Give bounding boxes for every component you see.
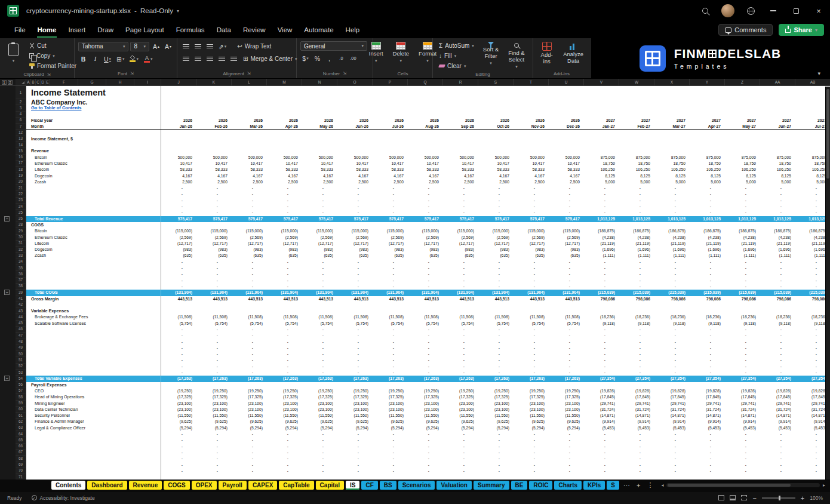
cell[interactable]: 2,500 bbox=[302, 179, 337, 185]
cell[interactable]: (635) bbox=[514, 253, 549, 259]
cell[interactable]: Dec-26 bbox=[549, 124, 584, 129]
cell[interactable]: - bbox=[619, 265, 654, 271]
cell[interactable] bbox=[514, 302, 549, 308]
font-name-select[interactable]: Tahoma▾ bbox=[78, 42, 128, 51]
cell[interactable]: (9,625) bbox=[514, 419, 549, 425]
cell[interactable] bbox=[478, 99, 514, 105]
cell[interactable]: (12,717) bbox=[232, 241, 267, 247]
row-number-22[interactable]: 22 bbox=[16, 191, 26, 197]
search-button[interactable] bbox=[694, 0, 717, 21]
row-number-59[interactable]: 59 bbox=[16, 401, 26, 407]
cell[interactable]: - bbox=[725, 327, 760, 333]
cell[interactable]: - bbox=[337, 345, 373, 351]
cell[interactable] bbox=[161, 382, 196, 388]
cell[interactable]: (9,625) bbox=[549, 419, 584, 425]
cell[interactable]: - bbox=[760, 456, 795, 462]
cell[interactable]: - bbox=[337, 271, 373, 277]
cell[interactable]: (31,724) bbox=[584, 407, 619, 413]
cell[interactable]: 10,417 bbox=[408, 161, 443, 167]
menu-home[interactable]: Home bbox=[32, 23, 63, 36]
cell[interactable]: - bbox=[760, 468, 795, 474]
cell[interactable]: - bbox=[232, 204, 267, 210]
cell[interactable]: - bbox=[514, 333, 549, 339]
cell[interactable] bbox=[267, 99, 302, 105]
cell[interactable]: - bbox=[161, 462, 196, 468]
cell[interactable]: (12,717) bbox=[478, 241, 514, 247]
cell[interactable]: - bbox=[725, 345, 760, 351]
cell[interactable]: 2026 bbox=[549, 118, 584, 124]
cell[interactable]: - bbox=[373, 271, 408, 277]
cell[interactable]: (4,238) bbox=[584, 235, 619, 241]
cell[interactable]: - bbox=[373, 327, 408, 333]
cell[interactable]: - bbox=[619, 370, 654, 376]
cell[interactable]: (635) bbox=[267, 253, 302, 259]
cell[interactable]: (23,100) bbox=[302, 407, 337, 413]
row-number-71[interactable]: 71 bbox=[16, 474, 26, 480]
cell[interactable]: - bbox=[161, 345, 196, 351]
cell[interactable]: - bbox=[337, 437, 373, 443]
cell[interactable]: Nov-26 bbox=[514, 124, 549, 129]
cell[interactable]: - bbox=[443, 339, 478, 345]
cell[interactable]: - bbox=[337, 357, 373, 363]
currency-format-button[interactable]: $▾ bbox=[300, 53, 311, 63]
cell[interactable]: (115,000) bbox=[514, 228, 549, 234]
cell[interactable]: - bbox=[478, 204, 514, 210]
cell[interactable]: - bbox=[337, 284, 373, 290]
cell[interactable]: 1,013,125 bbox=[654, 216, 690, 222]
cell[interactable]: 443,513 bbox=[337, 296, 373, 302]
cell[interactable]: (11,508) bbox=[267, 314, 302, 320]
cell[interactable] bbox=[514, 142, 549, 148]
row-number-13[interactable]: 13 bbox=[16, 136, 26, 142]
cell[interactable]: (11,550) bbox=[373, 413, 408, 419]
cell[interactable]: - bbox=[654, 431, 690, 437]
cell[interactable]: (11,550) bbox=[443, 413, 478, 419]
cell[interactable] bbox=[619, 142, 654, 148]
column-header-G[interactable]: G bbox=[78, 79, 106, 85]
cell[interactable]: (29,741) bbox=[654, 401, 690, 407]
cell[interactable]: - bbox=[302, 456, 337, 462]
row-number-47[interactable]: 47 bbox=[16, 333, 26, 339]
menu-review[interactable]: Review bbox=[237, 23, 272, 36]
cell[interactable]: - bbox=[267, 284, 302, 290]
cell[interactable]: - bbox=[690, 462, 725, 468]
cell[interactable]: - bbox=[654, 468, 690, 474]
cell[interactable]: - bbox=[302, 271, 337, 277]
cell[interactable]: 2,500 bbox=[232, 179, 267, 185]
cell[interactable] bbox=[443, 136, 478, 142]
cell[interactable] bbox=[408, 86, 443, 99]
cell[interactable]: - bbox=[232, 370, 267, 376]
cell[interactable]: 2026 bbox=[161, 118, 196, 124]
fill-color-button[interactable]: ▾ bbox=[128, 54, 140, 64]
cell[interactable]: 10,417 bbox=[549, 161, 584, 167]
cell[interactable]: (4,238) bbox=[619, 235, 654, 241]
cell[interactable]: - bbox=[584, 198, 619, 204]
cell[interactable]: - bbox=[725, 265, 760, 271]
ribbon-collapse-button[interactable]: ▾ bbox=[817, 70, 820, 76]
cell[interactable] bbox=[549, 130, 584, 136]
cell[interactable] bbox=[267, 382, 302, 388]
cell[interactable] bbox=[725, 112, 760, 118]
cell[interactable]: (18,236) bbox=[690, 314, 725, 320]
align-middle-button[interactable] bbox=[193, 41, 203, 51]
cell[interactable]: 8,125 bbox=[584, 173, 619, 179]
sheet-tab-kpis[interactable]: KPIs bbox=[583, 481, 605, 490]
cell[interactable]: (186,875) bbox=[690, 228, 725, 234]
sheet-tab-is[interactable]: IS bbox=[346, 481, 359, 490]
cell[interactable]: 875,000 bbox=[584, 155, 619, 161]
cell[interactable]: 798,086 bbox=[690, 296, 725, 302]
row-number-6[interactable]: 6 bbox=[16, 118, 26, 124]
cell[interactable]: - bbox=[654, 370, 690, 376]
cell[interactable]: 10,417 bbox=[232, 161, 267, 167]
column-header-Y[interactable]: Y bbox=[690, 79, 725, 85]
cell[interactable]: (17,845) bbox=[619, 394, 654, 400]
cell[interactable]: - bbox=[549, 191, 584, 197]
cell[interactable]: - bbox=[408, 462, 443, 468]
cell[interactable]: - bbox=[619, 364, 654, 370]
cell[interactable]: - bbox=[302, 259, 337, 265]
cell[interactable]: - bbox=[690, 364, 725, 370]
column-header-W[interactable]: W bbox=[619, 79, 654, 85]
cell[interactable] bbox=[584, 148, 619, 154]
cell[interactable]: - bbox=[232, 431, 267, 437]
cell[interactable] bbox=[619, 99, 654, 105]
cell[interactable]: - bbox=[161, 333, 196, 339]
